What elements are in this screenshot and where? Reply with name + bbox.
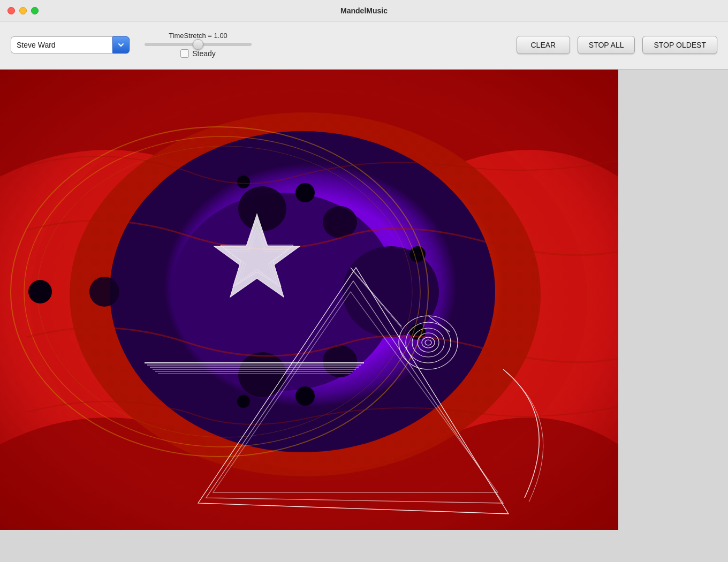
timestretch-slider-thumb[interactable]: [193, 39, 203, 50]
svg-point-11: [295, 183, 315, 202]
steady-label: Steady: [192, 49, 216, 58]
artist-select[interactable]: Steve Ward Other Artist 1 Other Artist 2: [11, 36, 112, 54]
svg-point-12: [295, 386, 315, 406]
svg-point-8: [89, 277, 119, 307]
svg-point-15: [237, 176, 250, 188]
action-buttons: CLEAR STOP ALL STOP OLDEST: [517, 36, 717, 54]
svg-point-10: [323, 345, 357, 377]
svg-point-6: [238, 186, 286, 231]
window-title: MandelMusic: [340, 6, 388, 15]
timestretch-slider-track[interactable]: [145, 43, 252, 46]
clear-button[interactable]: CLEAR: [517, 36, 570, 54]
timestretch-area: TimeStretch = 1.00 Steady: [145, 32, 252, 58]
chevron-icon: [118, 42, 124, 48]
artist-dropdown-container: Steve Ward Other Artist 1 Other Artist 2: [11, 36, 130, 54]
svg-point-16: [237, 395, 250, 408]
svg-point-20: [28, 280, 52, 303]
window-close-button[interactable]: [7, 7, 15, 14]
svg-point-7: [238, 352, 286, 397]
mandelbrot-canvas-area[interactable]: [0, 70, 618, 530]
svg-point-9: [323, 206, 357, 238]
title-bar: MandelMusic: [0, 0, 728, 21]
window-minimize-button[interactable]: [19, 7, 27, 14]
stop-oldest-button[interactable]: STOP OLDEST: [642, 36, 717, 54]
status-bar: [0, 530, 728, 546]
window-maximize-button[interactable]: [31, 7, 39, 14]
stop-all-button[interactable]: STOP ALL: [578, 36, 635, 54]
mandelbrot-background: [0, 70, 618, 530]
steady-row: Steady: [180, 49, 216, 58]
steady-checkbox[interactable]: [180, 49, 189, 58]
artist-dropdown-button[interactable]: [112, 36, 130, 54]
timestretch-label: TimeStretch = 1.00: [169, 32, 228, 40]
toolbar: Steve Ward Other Artist 1 Other Artist 2…: [0, 21, 728, 70]
window-controls: [7, 7, 39, 14]
